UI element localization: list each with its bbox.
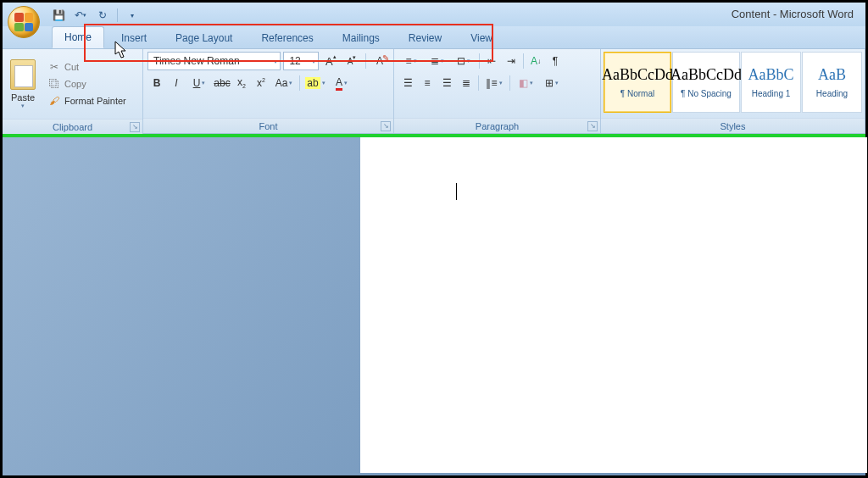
ribbon: Paste ▾ ✂Cut ⿻Copy 🖌Format Painter Clipb… bbox=[3, 49, 865, 134]
show-marks-button[interactable]: ¶ bbox=[546, 52, 565, 70]
clipboard-dialog-launcher[interactable]: ↘ bbox=[130, 122, 140, 132]
group-styles: AaBbCcDd¶ NormalAaBbCcDd¶ No SpacingAaBb… bbox=[601, 49, 865, 133]
tab-mailings[interactable]: Mailings bbox=[331, 28, 392, 48]
subscript-button[interactable]: x2 bbox=[232, 74, 251, 92]
style-item-3[interactable]: AaBHeading bbox=[802, 52, 862, 113]
grow-font-button[interactable]: A▴ bbox=[321, 52, 340, 70]
cut-button[interactable]: ✂Cut bbox=[44, 59, 130, 75]
format-painter-label: Format Painter bbox=[64, 96, 126, 106]
paste-icon bbox=[10, 59, 36, 90]
style-preview: AaBbC bbox=[748, 66, 794, 84]
borders-button[interactable]: ⊞▾ bbox=[539, 74, 565, 92]
group-label-font: Font↘ bbox=[143, 118, 393, 133]
cut-label: Cut bbox=[64, 62, 79, 72]
tab-home[interactable]: Home bbox=[52, 26, 104, 48]
style-name: ¶ No Spacing bbox=[681, 89, 732, 98]
ribbon-tabs: Home Insert Page Layout References Maili… bbox=[3, 26, 865, 49]
italic-button[interactable]: I bbox=[167, 74, 186, 92]
redo-icon[interactable]: ↻ bbox=[93, 7, 112, 24]
title-bar: 💾 ↶▾ ↻ ▾ Content - Microsoft Word bbox=[3, 3, 865, 26]
shading-button[interactable]: ◧▾ bbox=[513, 74, 538, 92]
tab-references[interactable]: References bbox=[249, 28, 325, 48]
style-item-2[interactable]: AaBbCHeading 1 bbox=[741, 52, 801, 113]
font-size-combo[interactable]: 12▾ bbox=[283, 52, 319, 70]
tab-view[interactable]: View bbox=[459, 28, 504, 48]
multilevel-list-button[interactable]: ⊟▾ bbox=[451, 52, 476, 70]
tab-review[interactable]: Review bbox=[397, 28, 453, 48]
group-clipboard: Paste ▾ ✂Cut ⿻Copy 🖌Format Painter Clipb… bbox=[3, 49, 143, 133]
style-preview: AaBbCcDd bbox=[602, 66, 673, 84]
quick-access-toolbar: 💾 ↶▾ ↻ ▾ bbox=[49, 7, 142, 24]
tab-insert[interactable]: Insert bbox=[109, 28, 159, 48]
increase-indent-button[interactable]: ⇥ bbox=[502, 52, 520, 70]
group-paragraph: ≡▾ ≣▾ ⊟▾ ⇤ ⇥ A↓ ¶ ☰ ≡ ☰ ≣ ‖≡▾ ◧▾ ⊞▾ bbox=[394, 49, 601, 133]
group-label-styles: Styles bbox=[601, 118, 865, 133]
group-label-clipboard: Clipboard↘ bbox=[3, 119, 142, 134]
copy-button[interactable]: ⿻Copy bbox=[44, 76, 130, 92]
highlight-button[interactable]: ab▾ bbox=[303, 74, 328, 92]
group-font: Times New Roman▾ 12▾ A▴ A▾ A✎ B I U▾ abc… bbox=[143, 49, 394, 133]
bold-button[interactable]: B bbox=[147, 74, 166, 92]
align-center-button[interactable]: ≡ bbox=[418, 74, 437, 92]
paragraph-dialog-launcher[interactable]: ↘ bbox=[587, 121, 598, 131]
sort-button[interactable]: A↓ bbox=[526, 52, 545, 70]
document-page[interactable] bbox=[360, 137, 867, 473]
style-preview: AaB bbox=[818, 66, 846, 84]
style-item-0[interactable]: AaBbCcDd¶ Normal bbox=[604, 52, 671, 113]
strikethrough-button[interactable]: abc bbox=[213, 74, 231, 92]
qat-customize-icon[interactable]: ▾ bbox=[123, 7, 142, 24]
style-preview: AaBbCcDd bbox=[670, 66, 742, 84]
group-label-paragraph: Paragraph↘ bbox=[394, 118, 600, 133]
shrink-font-button[interactable]: A▾ bbox=[342, 52, 361, 70]
tab-page-layout[interactable]: Page Layout bbox=[164, 28, 244, 48]
save-icon[interactable]: 💾 bbox=[49, 7, 68, 24]
decrease-indent-button[interactable]: ⇤ bbox=[482, 52, 501, 70]
brush-icon: 🖌 bbox=[47, 95, 61, 107]
font-name-combo[interactable]: Times New Roman▾ bbox=[147, 52, 281, 70]
window-title: Content - Microsoft Word bbox=[732, 8, 854, 20]
scissors-icon: ✂ bbox=[47, 61, 61, 73]
style-name: Heading 1 bbox=[752, 89, 791, 98]
style-name: ¶ Normal bbox=[620, 89, 654, 98]
change-case-button[interactable]: Aa▾ bbox=[271, 74, 297, 92]
undo-icon[interactable]: ↶▾ bbox=[71, 7, 90, 24]
align-right-button[interactable]: ☰ bbox=[437, 74, 456, 92]
document-background bbox=[3, 137, 865, 475]
style-name: Heading bbox=[816, 89, 848, 98]
text-caret bbox=[456, 183, 457, 200]
paste-label: Paste bbox=[11, 92, 35, 103]
office-button[interactable] bbox=[8, 6, 40, 38]
copy-icon: ⿻ bbox=[47, 78, 61, 90]
font-dialog-launcher[interactable]: ↘ bbox=[381, 121, 391, 131]
underline-button[interactable]: U▾ bbox=[186, 74, 212, 92]
style-item-1[interactable]: AaBbCcDd¶ No Spacing bbox=[672, 52, 740, 113]
bullets-button[interactable]: ≡▾ bbox=[398, 52, 424, 70]
superscript-button[interactable]: x2 bbox=[252, 74, 270, 92]
line-spacing-button[interactable]: ‖≡▾ bbox=[481, 74, 507, 92]
clear-formatting-button[interactable]: A✎ bbox=[370, 52, 389, 70]
align-left-button[interactable]: ☰ bbox=[398, 74, 417, 92]
font-color-button[interactable]: A▾ bbox=[329, 74, 354, 92]
justify-button[interactable]: ≣ bbox=[457, 74, 476, 92]
paste-button[interactable]: Paste ▾ bbox=[5, 52, 41, 116]
copy-label: Copy bbox=[64, 79, 86, 89]
numbering-button[interactable]: ≣▾ bbox=[425, 52, 450, 70]
format-painter-button[interactable]: 🖌Format Painter bbox=[44, 93, 130, 108]
